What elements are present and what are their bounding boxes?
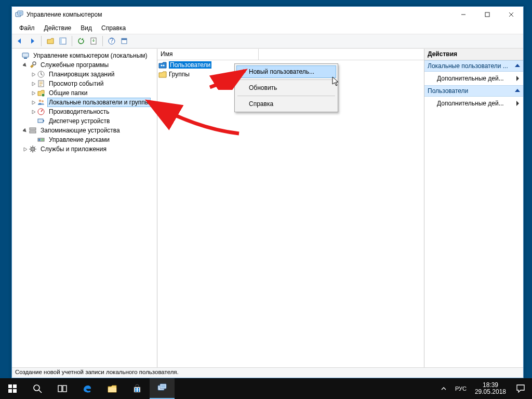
collapse-icon[interactable] — [21, 128, 29, 133]
ctx-item-label: Справка — [249, 100, 273, 108]
ctx-item-label: Обновить — [249, 84, 277, 91]
svg-text:?: ? — [110, 37, 114, 44]
users-folder-icon — [158, 61, 167, 69]
ctx-new-user[interactable]: Новый пользователь... — [236, 65, 336, 78]
tree-label: Планировщик заданий — [47, 70, 116, 79]
tree-system-tools[interactable]: Служебные программы — [13, 60, 157, 70]
taskbar-edge[interactable] — [75, 378, 100, 399]
tree-device-manager[interactable]: Диспетчер устройств — [13, 116, 157, 126]
svg-rect-13 — [122, 38, 127, 40]
properties-button[interactable] — [118, 35, 130, 47]
menu-action[interactable]: Действие — [40, 23, 76, 33]
maximize-button[interactable] — [475, 7, 499, 22]
ctx-help[interactable]: Справка — [236, 98, 336, 110]
list-header[interactable]: Имя — [157, 49, 424, 60]
svg-rect-24 — [43, 120, 44, 122]
groups-folder-icon — [158, 70, 167, 78]
tree-task-scheduler[interactable]: Планировщик заданий — [13, 70, 157, 79]
refresh-button[interactable] — [75, 35, 87, 47]
svg-line-38 — [39, 390, 42, 393]
svg-rect-33 — [8, 384, 12, 388]
menu-file[interactable]: Файл — [15, 23, 39, 33]
svg-rect-34 — [13, 384, 17, 388]
actions-pane: Действия Локальные пользователи ... Допо… — [424, 49, 523, 367]
svg-point-37 — [34, 385, 39, 391]
tree-label: Служебные программы — [39, 60, 110, 70]
tree-performance[interactable]: Производительность — [13, 107, 157, 116]
toolbar-separator — [72, 36, 72, 46]
system-tray: РУС 18:39 29.05.2018 — [435, 378, 532, 399]
search-button[interactable] — [25, 378, 50, 399]
statusbar: Создание новой учетной записи локального… — [12, 367, 523, 378]
app-icon — [15, 10, 23, 19]
ctx-refresh[interactable]: Обновить — [236, 82, 336, 94]
task-view-button[interactable] — [50, 378, 75, 399]
toolbar-separator — [41, 36, 42, 46]
actions-more-lusrmgr[interactable]: Дополнительные дей... — [424, 72, 523, 85]
svg-point-21 — [42, 100, 44, 102]
list-item-label: Группы — [169, 71, 190, 78]
expand-icon[interactable] — [30, 82, 37, 86]
actions-more-users[interactable]: Дополнительные дей... — [424, 97, 523, 110]
tree-label-selected: Локальные пользователи и группы — [47, 98, 151, 107]
tree-services-apps[interactable]: Службы и приложения — [13, 144, 157, 154]
navigation-tree[interactable]: Управление компьютером (локальным) Служе… — [12, 49, 157, 367]
tools-icon — [29, 61, 37, 69]
back-button[interactable] — [14, 35, 25, 47]
details-pane: Имя Пользователи Группы Новый пользовате… — [157, 49, 424, 367]
menu-help[interactable]: Справка — [97, 23, 130, 33]
actions-group-label: Локальные пользователи ... — [428, 62, 508, 70]
computer-icon — [21, 51, 30, 60]
expand-icon[interactable] — [30, 72, 37, 77]
tree-root[interactable]: Управление компьютером (локальным) — [13, 51, 157, 60]
column-blank[interactable] — [259, 49, 424, 60]
menu-view[interactable]: Вид — [76, 23, 96, 33]
help-button[interactable]: ? — [106, 35, 117, 47]
tree-disk-management[interactable]: Управление дисками — [13, 135, 157, 144]
svg-rect-4 — [485, 12, 489, 17]
start-button[interactable] — [0, 378, 25, 399]
expand-icon[interactable] — [30, 100, 37, 105]
collapse-icon — [515, 64, 520, 67]
tree-local-users-groups[interactable]: Локальные пользователи и группы — [13, 98, 157, 107]
actions-item-label: Дополнительные дей... — [437, 75, 504, 82]
forward-button[interactable] — [26, 35, 38, 47]
column-name[interactable]: Имя — [157, 49, 259, 60]
taskbar[interactable]: РУС 18:39 29.05.2018 — [0, 378, 532, 399]
window-titlebar[interactable]: Управление компьютером — [12, 7, 523, 22]
taskbar-computer-management[interactable] — [150, 378, 175, 399]
devmgr-icon — [37, 117, 45, 125]
collapse-icon[interactable] — [21, 63, 29, 68]
tree-label: Производительность — [47, 107, 111, 116]
actions-group-label: Пользователи — [428, 87, 468, 95]
tree-storage[interactable]: Запоминающие устройства — [13, 126, 157, 135]
actions-group-lusrmgr[interactable]: Локальные пользователи ... — [424, 60, 523, 72]
ime-indicator[interactable]: РУС — [451, 378, 471, 399]
export-list-button[interactable] — [88, 35, 99, 47]
svg-rect-48 — [161, 385, 166, 388]
close-button[interactable] — [499, 7, 523, 22]
action-center-button[interactable] — [510, 378, 531, 399]
list-item-label: Пользователи — [169, 61, 211, 69]
context-menu: Новый пользователь... Обновить Справка — [234, 63, 338, 112]
minimize-button[interactable] — [451, 7, 475, 22]
tree-label: Запоминающие устройства — [39, 126, 122, 135]
actions-group-users[interactable]: Пользователи — [424, 85, 523, 97]
expand-icon[interactable] — [30, 91, 37, 96]
taskbar-explorer[interactable] — [100, 378, 125, 399]
tree-shared-folders[interactable]: Общие папки — [13, 88, 157, 98]
clock[interactable]: 18:39 29.05.2018 — [471, 378, 510, 399]
ctx-item-label: Новый пользователь... — [249, 68, 314, 75]
svg-rect-8 — [60, 38, 62, 44]
taskbar-store[interactable] — [125, 378, 150, 399]
svg-point-20 — [39, 100, 42, 102]
expand-icon[interactable] — [21, 147, 29, 152]
up-button[interactable] — [45, 35, 56, 47]
tree-event-viewer[interactable]: Просмотр событий — [13, 79, 157, 88]
expand-icon[interactable] — [30, 110, 37, 114]
tree-label: Диспетчер устройств — [47, 116, 111, 126]
clock-icon — [37, 70, 45, 78]
tree-label: Просмотр событий — [47, 79, 105, 88]
tray-overflow[interactable] — [436, 378, 451, 399]
show-hide-tree-button[interactable] — [57, 35, 69, 47]
